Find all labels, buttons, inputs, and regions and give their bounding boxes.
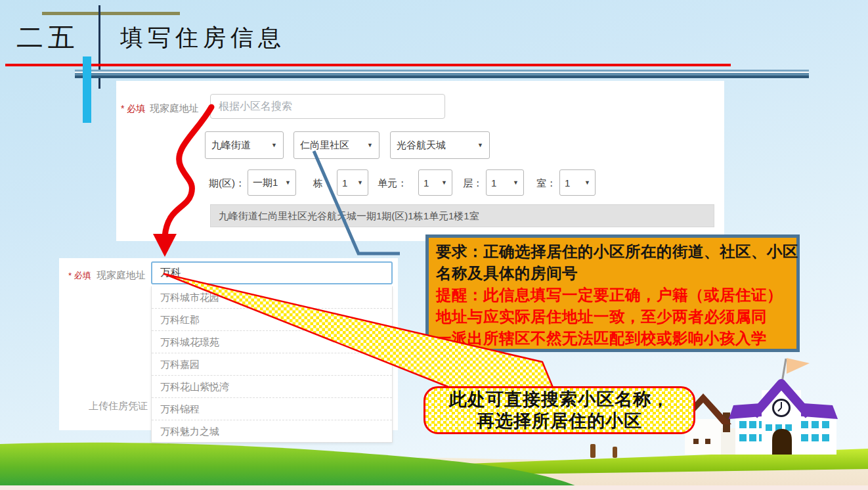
dropdown-caret-icon: ▼: [477, 142, 483, 148]
required-badge: * 必填: [68, 270, 91, 282]
school-door: [772, 429, 792, 455]
title-underline-red: [5, 64, 731, 66]
suggestion-item[interactable]: 万科锦程: [152, 398, 392, 420]
note-line: 一派出所辖区不然无法匹配到校或影响小孩入学: [436, 328, 789, 349]
title-rule-steel: [75, 70, 809, 78]
note-line: 提醒：此信息填写一定要正确，户籍（或居住证）: [436, 284, 789, 306]
phase-select-value: 一期1: [253, 177, 278, 189]
required-badge: * 必填: [121, 103, 145, 115]
street-select-value: 九峰街道: [211, 139, 251, 152]
search-placeholder: 根据小区名搜索: [219, 100, 292, 114]
tree-trunks: [590, 444, 617, 458]
estate-select-value: 光谷航天城: [397, 139, 446, 152]
search-value: 万科: [160, 266, 181, 280]
community-search-input-focused[interactable]: 万科: [151, 261, 393, 284]
tip-line: 此处可直接搜索小区名称，: [449, 389, 670, 411]
slide-root: 二五 填写住房信息 * 必填 现家庭地址 根据小区名搜索 九峰街道 ▼ 仁尚里社…: [0, 0, 868, 490]
floor-label: 层：: [463, 177, 483, 190]
field-label-address: 现家庭地址: [97, 269, 146, 282]
unit-select[interactable]: 1 ▼: [418, 169, 452, 196]
suggestion-item[interactable]: 万科城市花园: [152, 286, 392, 309]
housing-form-panel-bottom: * 必填 现家庭地址 万科 万科城市花园 万科红郡 万科城花璟苑 万科嘉园 万科…: [59, 258, 398, 430]
address-summary-bar: 九峰街道仁尚里社区光谷航天城一期1期(区)1栋1单元1楼1室: [210, 204, 714, 227]
floor-select[interactable]: 1 ▼: [486, 169, 524, 196]
room-select-value: 1: [565, 177, 570, 189]
note-line: 地址与应实际居住地址一致，至少两者必须属同: [436, 306, 789, 328]
flag-icon: [787, 358, 810, 374]
unit-select-value: 1: [423, 177, 429, 189]
upload-label: 上传住房凭证: [89, 400, 148, 412]
section-number: 二五: [16, 20, 79, 56]
suggestion-item[interactable]: 万科嘉园: [152, 353, 392, 376]
note-line: 名称及具体的房间号: [436, 263, 789, 284]
dropdown-caret-icon: ▼: [584, 179, 590, 186]
dropdown-caret-icon: ▼: [441, 179, 447, 186]
suggestion-item[interactable]: 万科城花璟苑: [152, 331, 392, 353]
phase-label: 期(区)：: [209, 177, 245, 190]
bottom-strip: [0, 485, 868, 490]
suggestion-item[interactable]: 万科红郡: [152, 309, 392, 331]
suggestion-item[interactable]: 万科花山紫悦湾: [152, 376, 392, 398]
community-select-value: 仁尚里社区: [300, 139, 349, 152]
building-select[interactable]: 1 ▼: [337, 169, 368, 196]
dropdown-caret-icon: ▼: [367, 142, 373, 148]
dropdown-caret-icon: ▼: [357, 179, 363, 186]
building-select-value: 1: [342, 177, 347, 189]
community-select[interactable]: 仁尚里社区 ▼: [293, 131, 380, 159]
phase-select[interactable]: 一期1 ▼: [248, 169, 296, 196]
estate-select[interactable]: 光谷航天城 ▼: [390, 131, 490, 159]
building-label: 栋：: [313, 177, 333, 190]
floor-select-value: 1: [491, 177, 496, 189]
field-label-address: 现家庭地址: [150, 102, 199, 115]
tip-bubble: 此处可直接搜索小区名称， 再选择所居住的小区: [423, 386, 695, 434]
street-select[interactable]: 九峰街道 ▼: [205, 131, 284, 159]
tip-line: 再选择所居住的小区: [477, 411, 642, 432]
note-line: 要求：正确选择居住的小区所在的街道、社区、小区: [436, 241, 789, 263]
title-rule-olive: [42, 12, 180, 15]
dropdown-caret-icon: ▼: [271, 142, 277, 148]
dropdown-caret-icon: ▼: [285, 179, 291, 186]
room-label: 室：: [536, 177, 556, 190]
suggestion-list: 万科城市花园 万科红郡 万科城花璟苑 万科嘉园 万科花山紫悦湾 万科锦程 万科魅…: [151, 286, 393, 443]
dropdown-caret-icon: ▼: [513, 179, 519, 186]
page-title: 填写住房信息: [120, 22, 286, 53]
room-select[interactable]: 1 ▼: [559, 169, 596, 196]
school-illustration: [729, 358, 838, 455]
unit-label: 单元：: [378, 177, 407, 190]
community-search-input[interactable]: 根据小区名搜索: [210, 94, 445, 119]
housing-form-panel-top: * 必填 现家庭地址 根据小区名搜索 九峰街道 ▼ 仁尚里社区 ▼ 光谷航天城 …: [116, 81, 724, 241]
suggestion-item[interactable]: 万科魅力之城: [152, 420, 392, 442]
cyan-accent-bar: [83, 56, 91, 123]
requirement-note: 要求：正确选择居住的小区所在的街道、社区、小区 名称及具体的房间号 提醒：此信息…: [425, 234, 800, 352]
